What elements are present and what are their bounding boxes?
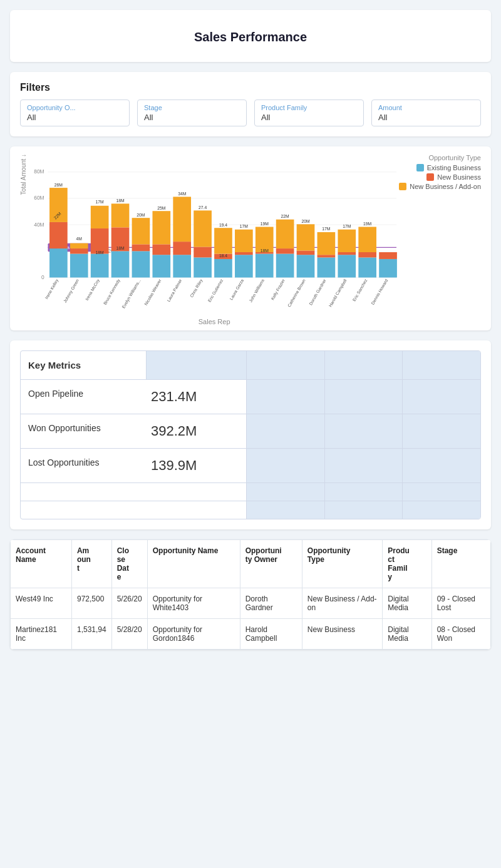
legend-addon: New Business / Add-on	[399, 183, 481, 190]
legend-addon-label: New Business / Add-on	[410, 183, 481, 190]
svg-rect-18	[70, 254, 88, 278]
metric-open-pipeline-value: 231.4M	[146, 380, 246, 414]
table-header: AccountName Amount CloseDate Opportunity…	[11, 540, 491, 588]
svg-text:26M: 26M	[54, 183, 63, 187]
metric-open-pipeline-label: Open Pipeline	[21, 380, 146, 414]
filter-opportunity-label: Opportunity O...	[27, 104, 123, 111]
svg-rect-36	[152, 255, 170, 277]
legend-new-dot	[426, 173, 434, 181]
svg-text:60M: 60M	[34, 195, 44, 202]
filter-product-value: All	[261, 113, 357, 122]
svg-rect-24	[91, 206, 109, 228]
svg-text:0: 0	[41, 274, 44, 280]
cell-date-2: 5/28/20	[111, 619, 147, 650]
filter-product-label: Product Family	[261, 104, 357, 111]
table-row: West49 Inc 972,500 5/26/20 Opportunity f…	[11, 588, 491, 619]
svg-rect-79	[358, 252, 376, 257]
chart-area: 80M 60M 40M 20M 0 Quota $22.5M	[29, 154, 399, 325]
svg-rect-76	[338, 230, 356, 252]
title-card: Sales Performance	[10, 10, 491, 62]
cell-product-2: Digital Media	[383, 619, 431, 650]
col-opp-type: OpportunityType	[302, 540, 382, 588]
svg-text:Nicolas Weaver: Nicolas Weaver	[143, 278, 162, 306]
svg-rect-37	[152, 244, 170, 255]
svg-text:20M: 20M	[301, 219, 309, 223]
filter-product-family[interactable]: Product Family All	[254, 100, 364, 126]
cell-amount-1: 972,500	[71, 588, 111, 619]
filter-amount-value: All	[378, 113, 474, 122]
cell-stage-2: 08 - Closed Won	[431, 619, 490, 650]
legend-existing-dot	[416, 164, 424, 171]
svg-rect-27	[111, 251, 130, 277]
legend-new-label: New Business	[437, 173, 481, 181]
filter-stage-value: All	[144, 113, 240, 122]
svg-text:19M: 19M	[363, 222, 371, 226]
svg-text:Harold Campbell: Harold Campbell	[328, 278, 348, 308]
cell-opp-name-2: Opportunity for Gordon1846	[147, 619, 240, 650]
svg-rect-75	[338, 252, 356, 255]
cell-type-1: New Business / Add-on	[302, 588, 382, 619]
svg-rect-78	[358, 257, 376, 277]
svg-rect-54	[235, 252, 253, 255]
svg-rect-71	[318, 255, 336, 257]
svg-rect-13	[49, 248, 68, 277]
svg-text:Evelyn Williams...: Evelyn Williams...	[121, 278, 142, 310]
svg-text:Irene Kelley: Irene Kelley	[44, 278, 59, 300]
cell-owner-1: Doroth Gardner	[240, 588, 302, 619]
table-body: West49 Inc 972,500 5/26/20 Opportunity f…	[11, 588, 491, 650]
data-table: AccountName Amount CloseDate Opportunity…	[10, 539, 491, 650]
col-amount: Amount	[71, 540, 111, 588]
filter-opportunity-value: All	[27, 113, 123, 122]
y-axis-label: Total Amount ↓	[20, 154, 27, 195]
cell-stage-1: 09 - Closed Lost	[431, 588, 490, 619]
svg-rect-22	[91, 254, 109, 278]
svg-rect-40	[173, 255, 191, 277]
svg-text:Kelly Frazier: Kelly Frazier	[270, 278, 286, 301]
legend-title: Opportunity Type	[399, 154, 481, 161]
svg-rect-57	[256, 254, 274, 278]
metric-lost-value: 139.9M	[146, 449, 246, 483]
legend-new: New Business	[399, 173, 481, 181]
svg-text:Laura Palmer: Laura Palmer	[166, 278, 183, 302]
svg-rect-80	[358, 227, 376, 252]
svg-text:Irena McCoy: Irena McCoy	[85, 278, 101, 302]
col-account: AccountName	[11, 540, 72, 588]
legend-existing-label: Existing Business	[427, 164, 481, 171]
metric-won-value: 392.2M	[146, 414, 246, 449]
svg-rect-83	[379, 252, 397, 259]
svg-rect-53	[235, 255, 253, 277]
cell-opp-name-1: Opportunity for White1403	[147, 588, 240, 619]
svg-rect-74	[338, 255, 356, 277]
svg-text:John Williams: John Williams	[248, 278, 265, 303]
table-card: AccountName Amount CloseDate Opportunity…	[10, 539, 491, 650]
cell-date-1: 5/26/20	[111, 588, 147, 619]
svg-text:18.4: 18.4	[219, 253, 227, 258]
filter-amount[interactable]: Amount All	[371, 100, 481, 126]
svg-text:18M: 18M	[261, 248, 269, 253]
filter-opportunity[interactable]: Opportunity O... All	[20, 100, 130, 126]
filter-stage[interactable]: Stage All	[137, 100, 247, 126]
svg-rect-55	[235, 230, 253, 252]
metrics-title: Key Metrics	[21, 351, 146, 380]
svg-text:22M: 22M	[281, 214, 289, 218]
svg-text:Dennis Howard: Dennis Howard	[370, 278, 388, 305]
filter-stage-label: Stage	[144, 104, 240, 111]
chart-card: Opportunity Type Existing Business New B…	[10, 146, 491, 330]
metrics-card: Key Metrics Open Pipeline 231.4M Won Opp…	[10, 340, 491, 529]
svg-rect-70	[318, 257, 336, 277]
svg-rect-14	[49, 222, 68, 248]
svg-text:17M: 17M	[96, 200, 104, 204]
cell-account-2: Martinez181 Inc	[11, 619, 72, 650]
legend-existing: Existing Business	[399, 164, 481, 171]
legend-addon-dot	[399, 183, 406, 190]
metric-lost-label: Lost Opportunities	[21, 449, 146, 483]
svg-text:18M: 18M	[96, 250, 104, 255]
filter-amount-label: Amount	[378, 104, 474, 111]
svg-text:Catherine Brown: Catherine Brown	[287, 278, 306, 307]
filters-title: Filters	[20, 82, 481, 93]
svg-text:19M: 19M	[261, 222, 269, 226]
svg-rect-72	[318, 232, 336, 255]
bar-chart: 80M 60M 40M 20M 0 Quota $22.5M	[29, 154, 399, 317]
svg-text:Johnny Green: Johnny Green	[63, 278, 80, 304]
svg-text:17M: 17M	[322, 227, 330, 231]
